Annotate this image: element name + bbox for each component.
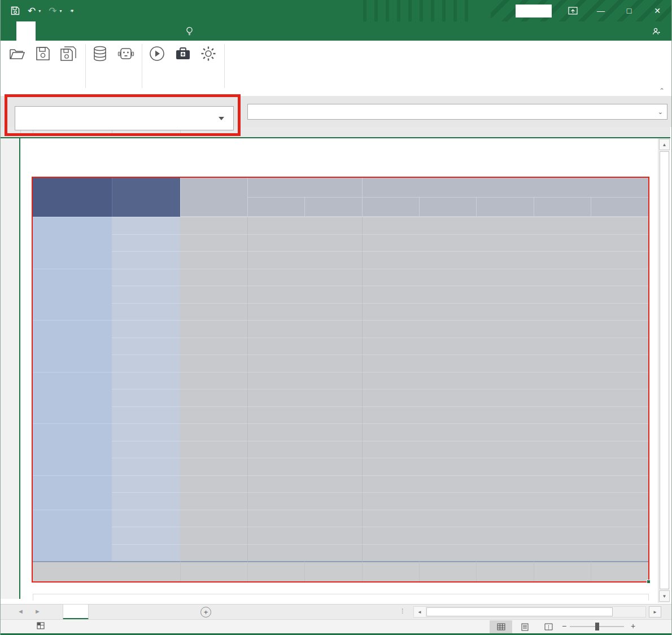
tab-data[interactable] <box>99 21 115 41</box>
total-cell[interactable] <box>362 561 419 581</box>
branch-cell[interactable] <box>112 423 180 441</box>
header-male[interactable] <box>247 198 304 217</box>
header-40s[interactable] <box>476 198 534 217</box>
ui-bot-button[interactable] <box>113 44 139 63</box>
tab-page-layout[interactable] <box>67 21 83 41</box>
tab-developer[interactable] <box>146 21 162 41</box>
scroll-down-icon[interactable]: ▼ <box>659 590 670 602</box>
undo-icon[interactable]: ↶ <box>28 6 36 16</box>
total-cell[interactable] <box>304 561 362 581</box>
zoom-in-icon[interactable]: + <box>631 621 635 630</box>
run-button[interactable] <box>144 44 170 63</box>
tab-formulas[interactable] <box>83 21 99 41</box>
close-button[interactable]: ✕ <box>643 0 671 21</box>
branch-cell[interactable] <box>112 492 180 510</box>
horizontal-scrollbar[interactable]: ◄ <box>413 606 646 618</box>
branch-cell[interactable] <box>112 372 180 389</box>
branch-cell[interactable] <box>112 320 180 338</box>
branch-cell[interactable] <box>112 458 180 475</box>
field-select[interactable]: ⌄ <box>247 104 667 120</box>
header-age-group[interactable] <box>362 178 648 198</box>
branch-cell[interactable] <box>112 510 180 527</box>
share-button[interactable] <box>652 21 664 41</box>
header-30s[interactable] <box>419 198 476 217</box>
age-cell[interactable] <box>362 217 648 234</box>
tab-file[interactable] <box>1 21 16 41</box>
db-bot-button[interactable] <box>87 44 113 63</box>
header-20s[interactable] <box>362 198 419 217</box>
branch-cell[interactable] <box>112 527 180 544</box>
total-cell[interactable] <box>247 561 304 581</box>
vertical-scrollbar[interactable]: ▲ ▼ <box>658 138 670 603</box>
gender-cell[interactable] <box>247 217 362 234</box>
tab-review[interactable] <box>115 21 130 41</box>
header-region[interactable] <box>33 178 112 217</box>
vertical-scrollbar-thumb[interactable] <box>660 151 669 589</box>
region-cell[interactable] <box>33 217 112 269</box>
branch-cell[interactable] <box>112 303 180 321</box>
tab-view[interactable] <box>130 21 146 41</box>
collapse-ribbon-icon[interactable]: ⌃ <box>659 87 665 95</box>
maximize-button[interactable]: □ <box>615 0 643 21</box>
region-cell[interactable] <box>33 320 112 372</box>
minimize-button[interactable]: — <box>587 0 615 21</box>
tab-home[interactable] <box>36 21 51 41</box>
log-tracer-button[interactable] <box>170 44 196 63</box>
total-cell[interactable] <box>534 561 591 581</box>
tab-i-matrix[interactable] <box>16 21 36 41</box>
branch-cell[interactable] <box>112 217 180 234</box>
scroll-left-icon[interactable]: ◄ <box>414 607 425 617</box>
branch-cell[interactable] <box>112 441 180 458</box>
redo-icon[interactable]: ↷ <box>49 6 56 16</box>
undo-dropdown-icon[interactable]: ▾ <box>38 8 41 14</box>
branch-cell[interactable] <box>112 338 180 355</box>
sheet-nav-right-icon[interactable]: ► <box>34 608 41 615</box>
sheet-nav-left-icon[interactable]: ◄ <box>18 608 24 615</box>
branch-cell[interactable] <box>112 389 180 406</box>
tab-scrollbar-divider[interactable]: ⁞ <box>402 607 404 615</box>
sheet-grid[interactable] <box>1 138 670 604</box>
branch-cell[interactable] <box>112 251 180 269</box>
header-gender[interactable] <box>247 178 362 198</box>
option-button[interactable] <box>195 44 221 63</box>
branch-cell[interactable] <box>112 286 180 303</box>
saveas-button[interactable] <box>55 44 81 63</box>
add-sheet-icon[interactable]: + <box>200 607 211 618</box>
tell-me-box[interactable] <box>178 21 205 41</box>
customize-qat-icon[interactable]: ▾̶ <box>71 8 74 14</box>
save-icon[interactable] <box>11 6 20 15</box>
region-cell[interactable] <box>33 510 112 562</box>
sheet-tab[interactable] <box>63 605 89 620</box>
total-cell[interactable] <box>591 561 648 581</box>
total-cell[interactable] <box>476 561 534 581</box>
page-layout-view-button[interactable] <box>513 620 536 633</box>
scroll-right-icon[interactable]: ► <box>649 606 661 618</box>
header-50s[interactable] <box>534 198 591 217</box>
region-cell[interactable] <box>33 372 112 424</box>
name-box-combobox[interactable] <box>15 106 234 130</box>
region-cell[interactable] <box>33 475 112 510</box>
branch-cell[interactable] <box>112 475 180 493</box>
header-female[interactable] <box>304 198 362 217</box>
branch-cell[interactable] <box>112 406 180 424</box>
dropdown-arrow-icon[interactable] <box>219 117 224 120</box>
zoom-slider-thumb[interactable] <box>595 623 599 630</box>
branch-cell[interactable] <box>112 269 180 286</box>
header-branch[interactable] <box>112 178 180 217</box>
page-break-view-button[interactable] <box>537 620 560 633</box>
total-cell[interactable] <box>419 561 476 581</box>
normal-view-button[interactable] <box>490 620 512 633</box>
sign-in-button[interactable] <box>516 5 552 17</box>
region-cell[interactable] <box>33 269 112 321</box>
branch-cell[interactable] <box>112 544 180 562</box>
horizontal-scrollbar-thumb[interactable] <box>426 607 613 616</box>
total-label-cell[interactable] <box>33 561 180 581</box>
open-button[interactable] <box>4 44 30 63</box>
signups-cell[interactable] <box>180 217 247 234</box>
macro-record-icon[interactable] <box>37 622 45 629</box>
ribbon-display-options-icon[interactable] <box>558 0 587 21</box>
header-new-signups[interactable] <box>180 178 247 217</box>
selection-handle[interactable] <box>647 580 651 584</box>
tab-help[interactable] <box>162 21 178 41</box>
total-cell[interactable] <box>180 561 247 581</box>
